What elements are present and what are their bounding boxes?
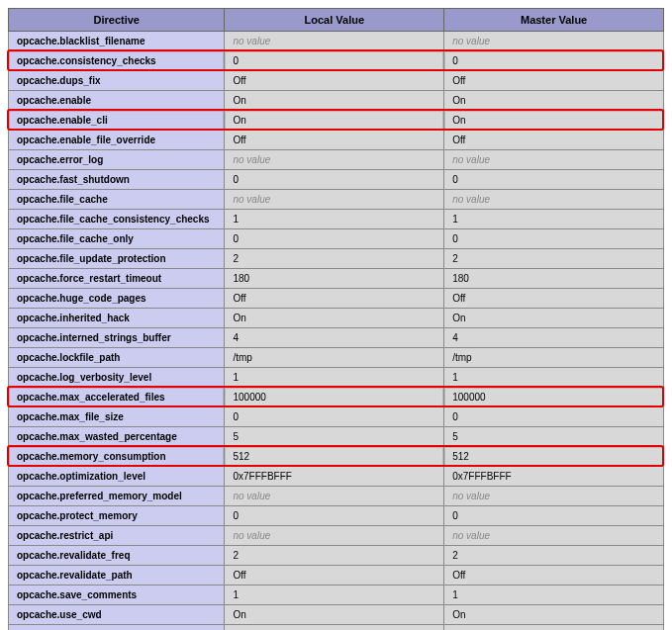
master-value-cell: no value — [444, 190, 664, 210]
master-value-cell: 0 — [444, 407, 664, 427]
local-value-cell: no value — [225, 150, 444, 170]
table-row: opcache.file_cache_only00 — [9, 229, 664, 249]
master-value-cell: Off — [444, 289, 664, 309]
local-value-cell: no value — [225, 190, 444, 210]
master-value-cell: 0 — [444, 51, 664, 71]
table-row: opcache.save_comments11 — [9, 585, 664, 605]
local-value-cell: On — [225, 91, 444, 111]
local-value-cell: no value — [225, 487, 444, 506]
master-value-cell: /tmp — [444, 348, 664, 368]
table-row: opcache.optimization_level0x7FFFBFFF0x7F… — [9, 467, 664, 487]
phpinfo-config-table: Directive Local Value Master Value opcac… — [8, 8, 664, 630]
directive-cell: opcache.fast_shutdown — [9, 170, 225, 190]
col-directive: Directive — [9, 9, 225, 32]
master-value-cell: 180 — [444, 269, 664, 289]
table-row: opcache.preferred_memory_modelno valueno… — [9, 487, 664, 506]
local-value-cell: Off — [225, 625, 444, 631]
table-row: opcache.force_restart_timeout180180 — [9, 269, 664, 289]
local-value-cell: Off — [225, 289, 444, 309]
table-row: opcache.restrict_apino valueno value — [9, 526, 664, 546]
master-value-cell: Off — [444, 625, 664, 631]
master-value-cell: 0 — [444, 506, 664, 526]
local-value-cell: On — [225, 309, 444, 328]
directive-cell: opcache.dups_fix — [9, 71, 225, 91]
directive-cell: opcache.memory_consumption — [9, 447, 225, 467]
directive-cell: opcache.file_cache_consistency_checks — [9, 210, 225, 229]
local-value-cell: 0 — [225, 170, 444, 190]
master-value-cell: 1 — [444, 585, 664, 605]
directive-cell: opcache.huge_code_pages — [9, 289, 225, 309]
local-value-cell: 1 — [225, 368, 444, 388]
directive-cell: opcache.revalidate_freq — [9, 546, 225, 566]
col-local: Local Value — [225, 9, 444, 32]
directive-cell: opcache.force_restart_timeout — [9, 269, 225, 289]
master-value-cell: 2 — [444, 249, 664, 269]
directive-cell: opcache.use_cwd — [9, 605, 225, 625]
directive-cell: opcache.enable — [9, 91, 225, 111]
directive-cell: opcache.optimization_level — [9, 467, 225, 487]
directive-cell: opcache.enable_cli — [9, 111, 225, 131]
directive-cell: opcache.log_verbosity_level — [9, 368, 225, 388]
table-row: opcache.error_logno valueno value — [9, 150, 664, 170]
local-value-cell: 0 — [225, 407, 444, 427]
table-row: opcache.log_verbosity_level11 — [9, 368, 664, 388]
table-row: opcache.file_cacheno valueno value — [9, 190, 664, 210]
master-value-cell: On — [444, 91, 664, 111]
table-row: opcache.revalidate_pathOffOff — [9, 566, 664, 585]
local-value-cell: Off — [225, 131, 444, 150]
master-value-cell: Off — [444, 566, 664, 585]
master-value-cell: On — [444, 309, 664, 328]
local-value-cell: 4 — [225, 328, 444, 348]
directive-cell: opcache.file_cache_only — [9, 229, 225, 249]
table-row: opcache.enable_file_overrideOffOff — [9, 131, 664, 150]
table-row: opcache.interned_strings_buffer44 — [9, 328, 664, 348]
table-row: opcache.enableOnOn — [9, 91, 664, 111]
local-value-cell: On — [225, 111, 444, 131]
local-value-cell: 180 — [225, 269, 444, 289]
local-value-cell: Off — [225, 71, 444, 91]
table-row: opcache.inherited_hackOnOn — [9, 309, 664, 328]
master-value-cell: On — [444, 111, 664, 131]
directive-cell: opcache.interned_strings_buffer — [9, 328, 225, 348]
directive-cell: opcache.max_wasted_percentage — [9, 427, 225, 447]
directive-cell: opcache.validate_permission — [9, 625, 225, 631]
master-value-cell: 512 — [444, 447, 664, 467]
local-value-cell: 0 — [225, 229, 444, 249]
directive-cell: opcache.max_accelerated_files — [9, 388, 225, 407]
directive-cell: opcache.file_cache — [9, 190, 225, 210]
directive-cell: opcache.error_log — [9, 150, 225, 170]
local-value-cell: no value — [225, 526, 444, 546]
master-value-cell: 1 — [444, 368, 664, 388]
directive-cell: opcache.blacklist_filename — [9, 32, 225, 51]
master-value-cell: Off — [444, 71, 664, 91]
master-value-cell: 0x7FFFBFFF — [444, 467, 664, 487]
local-value-cell: 2 — [225, 249, 444, 269]
master-value-cell: On — [444, 605, 664, 625]
table-row: opcache.fast_shutdown00 — [9, 170, 664, 190]
table-row: opcache.enable_cliOnOn — [9, 111, 664, 131]
local-value-cell: 100000 — [225, 388, 444, 407]
directive-cell: opcache.enable_file_override — [9, 131, 225, 150]
master-value-cell: no value — [444, 32, 664, 51]
master-value-cell: 1 — [444, 210, 664, 229]
table-row: opcache.huge_code_pagesOffOff — [9, 289, 664, 309]
directive-cell: opcache.save_comments — [9, 585, 225, 605]
master-value-cell: no value — [444, 150, 664, 170]
master-value-cell: 0 — [444, 229, 664, 249]
directive-cell: opcache.max_file_size — [9, 407, 225, 427]
table-row: opcache.dups_fixOffOff — [9, 71, 664, 91]
directive-cell: opcache.restrict_api — [9, 526, 225, 546]
local-value-cell: 0x7FFFBFFF — [225, 467, 444, 487]
master-value-cell: 5 — [444, 427, 664, 447]
table-row: opcache.use_cwdOnOn — [9, 605, 664, 625]
local-value-cell: 2 — [225, 546, 444, 566]
table-row: opcache.validate_permissionOffOff — [9, 625, 664, 631]
directive-cell: opcache.revalidate_path — [9, 566, 225, 585]
directive-cell: opcache.inherited_hack — [9, 309, 225, 328]
directive-cell: opcache.lockfile_path — [9, 348, 225, 368]
table-row: opcache.file_cache_consistency_checks11 — [9, 210, 664, 229]
directive-cell: opcache.protect_memory — [9, 506, 225, 526]
master-value-cell: no value — [444, 526, 664, 546]
master-value-cell: 2 — [444, 546, 664, 566]
config-table-wrap: Directive Local Value Master Value opcac… — [8, 8, 664, 630]
